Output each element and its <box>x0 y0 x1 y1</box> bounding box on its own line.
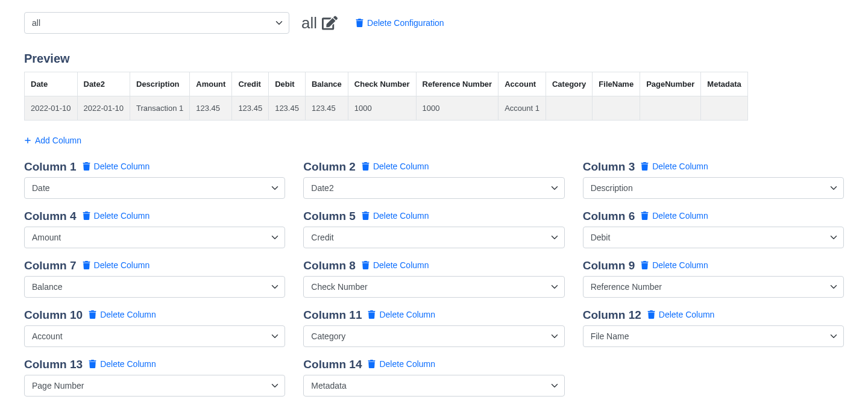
column-type-select[interactable]: Date <box>24 177 285 199</box>
trash-icon <box>362 212 370 220</box>
preview-heading: Preview <box>24 52 844 66</box>
column-header: Column 10Delete Column <box>24 309 285 322</box>
delete-configuration-link[interactable]: Delete Configuration <box>356 18 444 28</box>
column-type-select[interactable]: Date2 <box>303 177 564 199</box>
column-type-select[interactable]: File Name <box>583 325 844 347</box>
column-header: Column 5Delete Column <box>303 210 564 223</box>
column-config-cell: Column 3Delete ColumnDescription <box>583 160 844 199</box>
delete-column-link[interactable]: Delete Column <box>89 310 156 319</box>
delete-column-label: Delete Column <box>652 161 708 171</box>
delete-column-label: Delete Column <box>100 359 156 369</box>
column-header: Column 12Delete Column <box>583 309 844 322</box>
add-column-label: Add Column <box>35 136 81 145</box>
column-title: Column 1 <box>24 160 77 174</box>
trash-icon <box>647 310 655 319</box>
column-header: Column 7Delete Column <box>24 259 285 272</box>
delete-column-link[interactable]: Delete Column <box>641 260 708 270</box>
title-block: all <box>301 14 338 33</box>
delete-column-link[interactable]: Delete Column <box>641 161 708 171</box>
column-header: Column 6Delete Column <box>583 210 844 223</box>
column-header: Column 4Delete Column <box>24 210 285 223</box>
column-header: Column 11Delete Column <box>303 309 564 322</box>
trash-icon <box>362 162 370 171</box>
column-header: Column 13Delete Column <box>24 358 285 371</box>
add-column-link[interactable]: Add Column <box>24 136 81 145</box>
delete-column-link[interactable]: Delete Column <box>647 310 715 319</box>
delete-column-label: Delete Column <box>652 260 708 270</box>
table-cell: 123.45 <box>190 96 232 121</box>
column-config-cell: Column 12Delete ColumnFile Name <box>583 309 844 347</box>
delete-column-label: Delete Column <box>379 359 435 369</box>
delete-column-label: Delete Column <box>652 211 708 221</box>
trash-icon <box>641 212 649 220</box>
delete-column-label: Delete Column <box>659 310 715 319</box>
table-header-cell: Account <box>498 72 546 96</box>
delete-column-label: Delete Column <box>100 310 156 319</box>
column-title: Column 14 <box>303 358 362 371</box>
trash-icon <box>362 261 370 269</box>
column-config-cell: Column 11Delete ColumnCategory <box>303 309 564 347</box>
table-cell <box>546 96 592 121</box>
column-header: Column 8Delete Column <box>303 259 564 272</box>
column-type-select[interactable]: Check Number <box>303 276 564 298</box>
column-config-cell: Column 6Delete ColumnDebit <box>583 210 844 248</box>
column-type-select[interactable]: Metadata <box>303 375 564 397</box>
table-header-cell: Description <box>130 72 190 96</box>
column-config-cell: Column 13Delete ColumnPage Number <box>24 358 285 397</box>
column-header: Column 14Delete Column <box>303 358 564 371</box>
column-config-cell: Column 7Delete ColumnBalance <box>24 259 285 298</box>
delete-column-link[interactable]: Delete Column <box>641 211 708 221</box>
delete-column-link[interactable]: Delete Column <box>362 260 429 270</box>
configuration-title: all <box>301 14 317 33</box>
trash-icon <box>89 310 96 319</box>
delete-column-label: Delete Column <box>373 260 429 270</box>
trash-icon <box>83 212 90 220</box>
column-header: Column 9Delete Column <box>583 259 844 272</box>
table-cell: 2022-01-10 <box>25 96 78 121</box>
column-title: Column 3 <box>583 160 635 174</box>
column-type-select[interactable]: Category <box>303 325 564 347</box>
column-type-select[interactable]: Credit <box>303 227 564 248</box>
column-type-select[interactable]: Debit <box>583 227 844 248</box>
edit-icon[interactable] <box>322 15 338 31</box>
column-type-select[interactable]: Amount <box>24 227 285 248</box>
delete-column-link[interactable]: Delete Column <box>362 161 429 171</box>
column-title: Column 10 <box>24 309 83 322</box>
table-cell: 2022-01-10 <box>77 96 130 121</box>
delete-column-link[interactable]: Delete Column <box>83 211 150 221</box>
table-header-cell: Balance <box>305 72 348 96</box>
column-config-cell: Column 8Delete ColumnCheck Number <box>303 259 564 298</box>
delete-column-link[interactable]: Delete Column <box>83 260 150 270</box>
column-header: Column 2Delete Column <box>303 160 564 174</box>
column-config-cell: Column 5Delete ColumnCredit <box>303 210 564 248</box>
trash-icon <box>356 19 363 27</box>
table-cell: Account 1 <box>498 96 546 121</box>
delete-column-label: Delete Column <box>94 161 150 171</box>
column-type-select[interactable]: Account <box>24 325 285 347</box>
column-title: Column 13 <box>24 358 83 371</box>
table-cell: Transaction 1 <box>130 96 190 121</box>
table-header-cell: PageNumber <box>640 72 701 96</box>
delete-column-link[interactable]: Delete Column <box>368 359 435 369</box>
column-type-select[interactable]: Reference Number <box>583 276 844 298</box>
column-header: Column 1Delete Column <box>24 160 285 174</box>
configuration-select[interactable]: all <box>24 12 289 34</box>
table-header-cell: Check Number <box>348 72 416 96</box>
delete-column-link[interactable]: Delete Column <box>83 161 150 171</box>
column-type-select[interactable]: Balance <box>24 276 285 298</box>
delete-column-link[interactable]: Delete Column <box>362 211 429 221</box>
column-type-select[interactable]: Description <box>583 177 844 199</box>
column-config-cell: Column 4Delete ColumnAmount <box>24 210 285 248</box>
column-config-cell: Column 9Delete ColumnReference Number <box>583 259 844 298</box>
trash-icon <box>83 261 90 269</box>
trash-icon <box>83 162 90 171</box>
table-cell <box>640 96 701 121</box>
column-header: Column 3Delete Column <box>583 160 844 174</box>
delete-column-link[interactable]: Delete Column <box>89 359 156 369</box>
delete-column-link[interactable]: Delete Column <box>368 310 435 319</box>
table-header-cell: Amount <box>190 72 232 96</box>
top-row: all all Delete Configuration <box>24 12 844 34</box>
table-cell: 123.45 <box>305 96 348 121</box>
delete-column-label: Delete Column <box>94 260 150 270</box>
column-type-select[interactable]: Page Number <box>24 375 285 397</box>
